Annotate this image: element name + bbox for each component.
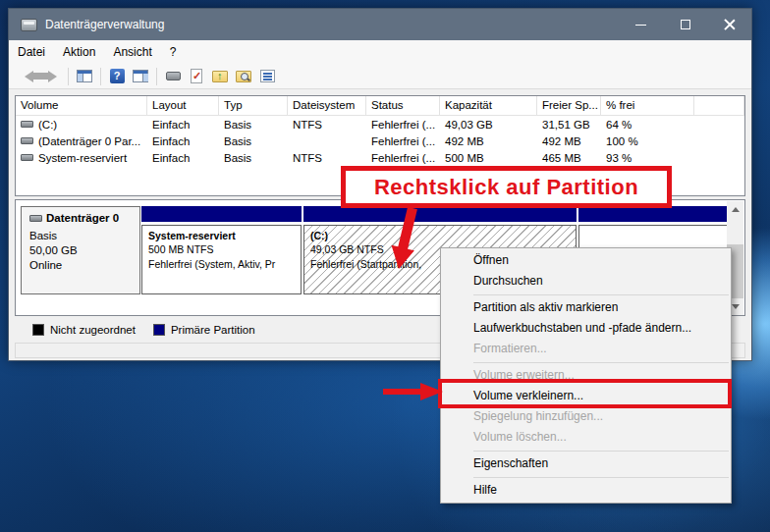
window-controls — [619, 9, 751, 40]
cell-status: Fehlerfrei (... — [366, 135, 440, 147]
toolbar-separator — [68, 68, 69, 85]
disk-icon — [29, 215, 42, 222]
cell-status: Fehlerfrei (... — [366, 119, 440, 131]
column-header-layout[interactable]: Layout — [147, 96, 219, 115]
menu-item-laufwerkbuchstaben-aendern[interactable]: Laufwerkbuchstaben und -pfade ändern... — [441, 318, 731, 339]
import-button[interactable] — [210, 68, 230, 85]
menu-separator — [473, 451, 729, 452]
cell-freier-sp: 31,51 GB — [537, 119, 601, 131]
cell-dateisystem: NTFS — [288, 119, 366, 131]
disk-header[interactable]: Datenträger 0 Basis 50,00 GB Online — [21, 206, 140, 294]
annotation-callout: Rechtsklick auf Partition — [341, 166, 672, 208]
forward-button[interactable] — [42, 68, 62, 85]
cell-layout: Einfach — [147, 152, 219, 164]
back-arrow-icon — [25, 71, 33, 82]
column-header-volume[interactable]: Volume — [16, 96, 147, 115]
close-icon — [724, 19, 736, 30]
table-row-system-reserviert[interactable]: System-reserviert Einfach Basis NTFS Feh… — [16, 149, 744, 166]
cell-freier-sp: 492 MB — [537, 135, 601, 147]
action-pane-icon — [133, 70, 148, 82]
action-pane-button[interactable] — [131, 68, 150, 85]
disk-drive-icon — [21, 19, 37, 31]
unallocated-swatch — [32, 324, 44, 336]
titlebar[interactable]: Datenträgerverwaltung — [9, 9, 751, 40]
help-button[interactable]: ? — [107, 68, 127, 85]
console-tree-button[interactable] — [75, 68, 94, 85]
annotation-highlight-box — [438, 379, 732, 408]
column-header-kapazitaet[interactable]: Kapazität — [440, 96, 537, 115]
browse-button[interactable] — [234, 68, 253, 85]
partition-color-band — [578, 206, 732, 222]
cell-layout: Einfach — [147, 119, 219, 131]
toolbar-separator — [100, 68, 101, 85]
maximize-button[interactable] — [663, 9, 707, 40]
rescan-disks-button[interactable] — [163, 68, 183, 85]
column-header-typ[interactable]: Typ — [219, 96, 288, 115]
partition-status: Fehlerfrei (System, Aktiv, Pr — [148, 257, 301, 272]
console-tree-icon — [77, 70, 92, 82]
partition-color-band — [141, 206, 302, 222]
menu-ansicht[interactable]: Ansicht — [104, 41, 160, 63]
refresh-button[interactable] — [187, 68, 206, 85]
partition-system-reserviert[interactable]: System-reserviert 500 MB NTFS Fehlerfrei… — [141, 206, 302, 294]
help-icon: ? — [110, 69, 125, 83]
legend-label: Primäre Partition — [171, 324, 255, 336]
cell-typ: Basis — [219, 119, 288, 131]
menu-item-oeffnen[interactable]: Öffnen — [441, 250, 731, 271]
scroll-up-button[interactable] — [727, 201, 743, 218]
menu-aktion[interactable]: Aktion — [54, 41, 104, 63]
legend-label: Nicht zugeordnet — [50, 324, 136, 336]
maximize-icon — [681, 20, 690, 29]
column-header-dateisystem[interactable]: Dateisystem — [288, 96, 366, 115]
checklist-icon — [260, 70, 275, 82]
folder-search-icon — [236, 71, 251, 82]
cell-status: Fehlerfrei (... — [366, 152, 440, 164]
back-button[interactable] — [19, 68, 38, 85]
disk-size: 50,00 GB — [29, 243, 139, 258]
minimize-button[interactable] — [619, 9, 663, 40]
annotation-arrow-down-icon — [383, 206, 434, 271]
menu-item-eigenschaften[interactable]: Eigenschaften — [441, 453, 731, 474]
column-header-status[interactable]: Status — [366, 96, 440, 115]
menubar: Datei Aktion Ansicht ? — [9, 40, 751, 64]
cell-kapazitaet: 49,03 GB — [440, 119, 537, 131]
partition-color-band — [303, 206, 577, 222]
menu-item-partition-aktiv-markieren[interactable]: Partition als aktiv markieren — [441, 297, 731, 318]
menu-item-spiegelung-hinzufuegen: Spiegelung hinzufügen... — [441, 406, 731, 427]
cell-pct-frei: 100 % — [601, 135, 694, 147]
menu-item-durchsuchen[interactable]: Durchsuchen — [441, 271, 731, 292]
chevron-down-icon — [732, 304, 740, 309]
table-row-c[interactable]: (C:) Einfach Basis NTFS Fehlerfrei (... … — [16, 116, 744, 133]
volume-icon — [21, 137, 33, 144]
column-header-filler — [694, 96, 744, 115]
menu-hilfe[interactable]: ? — [161, 41, 186, 63]
cell-pct-frei: 93 % — [601, 152, 694, 164]
cell-volume: (C:) — [38, 119, 57, 131]
partition-name: System-reserviert — [148, 229, 301, 242]
cell-pct-frei: 64 % — [601, 119, 694, 131]
cell-typ: Basis — [219, 152, 288, 164]
menu-item-volume-loeschen: Volume löschen... — [441, 427, 731, 448]
close-button[interactable] — [707, 9, 751, 40]
volume-icon — [21, 121, 33, 128]
menu-datei[interactable]: Datei — [9, 41, 54, 63]
cell-layout: Einfach — [147, 135, 219, 147]
disk-name: Datenträger 0 — [46, 211, 119, 226]
menu-separator — [473, 294, 729, 295]
menu-item-hilfe[interactable]: Hilfe — [441, 480, 731, 501]
legend-item-primary-partition: Primäre Partition — [153, 324, 255, 336]
minimize-icon — [635, 25, 646, 26]
menu-separator — [473, 362, 729, 363]
partition-context-menu: Öffnen Durchsuchen Partition als aktiv m… — [440, 247, 732, 504]
disk-type: Basis — [29, 229, 139, 243]
tasks-button[interactable] — [257, 68, 277, 85]
partition-info: 500 MB NTFS — [148, 242, 301, 257]
annotation-arrow-right-icon — [381, 382, 444, 401]
legend-item-unallocated: Nicht zugeordnet — [32, 324, 136, 336]
column-header-freier-sp[interactable]: Freier Sp... — [537, 96, 601, 115]
toolbar: ? — [9, 64, 751, 89]
refresh-check-icon — [191, 69, 202, 83]
desktop-wallpaper: Datenträgerverwaltung Datei Aktion Ansic… — [0, 0, 770, 532]
table-row-recovery[interactable]: (Datenträger 0 Par... Einfach Basis Fehl… — [16, 133, 744, 149]
column-header-pct-frei[interactable]: % frei — [601, 96, 694, 115]
